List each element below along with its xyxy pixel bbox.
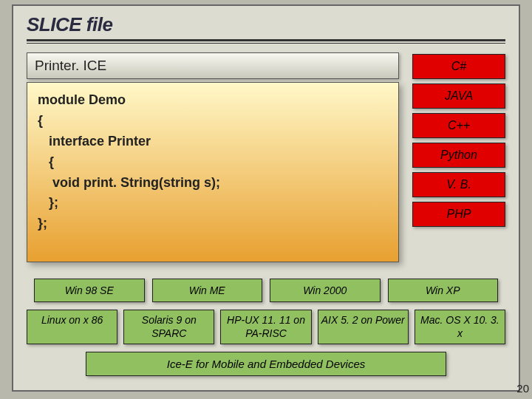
lang-box-php: PHP <box>412 202 505 227</box>
title-underline <box>27 39 505 44</box>
page-number: 20 <box>516 382 529 395</box>
slide: SLICE file Printer. ICE module Demo { in… <box>12 4 520 392</box>
slide-title: SLICE file <box>27 13 505 38</box>
lang-box-python: Python <box>412 143 505 168</box>
os-box: Win ME <box>152 279 263 302</box>
os-box: Linux on x 86 <box>27 310 117 344</box>
os-box: Win 98 SE <box>34 279 145 302</box>
os-box: Mac. OS X 10. 3. x <box>415 310 505 344</box>
os-row-1: Win 98 SE Win ME Win 2000 Win XP <box>27 279 505 302</box>
os-box: AIX 5. 2 on Power <box>318 310 409 344</box>
lang-box-csharp: C# <box>412 54 505 79</box>
language-column: C# JAVA C++ Python V. B. PHP <box>412 52 505 262</box>
footer-box: Ice-E for Mobile and Embedded Devices <box>86 352 446 376</box>
code-title-bar: Printer. ICE <box>27 52 399 79</box>
os-box: Win 2000 <box>270 279 381 302</box>
os-box: Win XP <box>388 279 499 302</box>
lang-box-cpp: C++ <box>412 113 505 138</box>
code-body: module Demo { interface Printer { void p… <box>27 82 399 262</box>
lang-box-java: JAVA <box>412 83 505 109</box>
main-area: Printer. ICE module Demo { interface Pri… <box>27 52 505 262</box>
os-box: HP-UX 11. 11 on PA-RISC <box>220 310 311 344</box>
lang-box-vb: V. B. <box>412 172 505 197</box>
os-box: Solaris 9 on SPARC <box>123 310 214 344</box>
code-column: Printer. ICE module Demo { interface Pri… <box>27 52 399 262</box>
os-row-2: Linux on x 86 Solaris 9 on SPARC HP-UX 1… <box>27 310 505 344</box>
